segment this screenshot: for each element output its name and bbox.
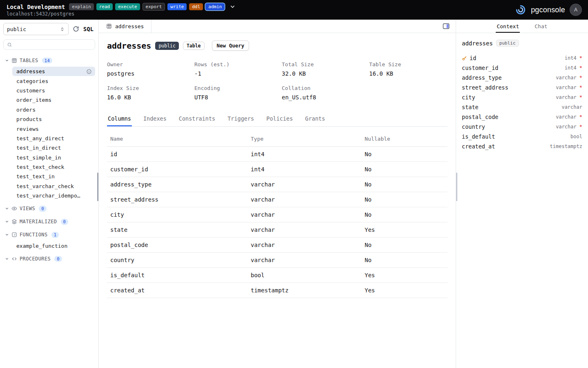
- section-procedures-header[interactable]: PROCEDURES 0: [3, 254, 95, 264]
- sidebar-item-example_function[interactable]: example_function: [12, 241, 95, 250]
- section-tables-header[interactable]: TABLES 14: [3, 56, 95, 65]
- file-tab-label: addresses: [115, 23, 144, 29]
- topbar-right: pgconsole A: [515, 4, 581, 16]
- chevron-down-icon[interactable]: [229, 4, 236, 10]
- cell-nullable: No: [361, 166, 448, 173]
- sidebar-item-label: test_in_direct: [16, 145, 61, 151]
- context-resize-handle[interactable]: [456, 173, 457, 201]
- sidebar-item-order_items[interactable]: order_items: [12, 95, 95, 105]
- table-row-customer_id: customer_idint4No: [107, 162, 448, 177]
- search-box[interactable]: [3, 39, 95, 50]
- stat-value: en_US.utf8: [282, 94, 369, 101]
- table-row-street_address: street_addressvarcharNo: [107, 192, 448, 207]
- tab-triggers[interactable]: Triggers: [227, 112, 255, 126]
- tab-addresses[interactable]: addresses: [99, 20, 151, 33]
- sidebar-item-orders[interactable]: orders: [12, 105, 95, 114]
- cell-nullable: Yes: [361, 227, 448, 233]
- context-column-type: bool: [570, 134, 582, 139]
- sidebar-item-label: order_items: [16, 97, 51, 103]
- avatar[interactable]: A: [570, 4, 581, 16]
- sidebar-item-categories[interactable]: categories: [12, 76, 95, 85]
- sidebar-item-test_text_in[interactable]: test_text_in: [12, 172, 95, 181]
- info-icon[interactable]: [86, 69, 92, 74]
- permission-badge-admin[interactable]: admin: [205, 3, 225, 10]
- context-tab-context[interactable]: Context: [496, 20, 520, 33]
- section-views-header[interactable]: VIEWS 0: [3, 204, 95, 213]
- required-marker: *: [579, 94, 582, 100]
- context-body: addresses public idint4 *customer_idint4…: [456, 33, 588, 158]
- section-label: PROCEDURES: [20, 256, 51, 262]
- tab-columns[interactable]: Columns: [107, 112, 132, 126]
- brand-name: pgconsole: [531, 6, 565, 14]
- section-label: MATERIALIZED: [20, 219, 57, 224]
- main-body: addresses public Table New Query Ownerpo…: [99, 33, 456, 368]
- sidebar-item-test_any_direct[interactable]: test_any_direct: [12, 134, 95, 143]
- context-column-street_address: street_addressvarchar *: [462, 83, 582, 92]
- procedures-count-badge: 0: [54, 256, 62, 262]
- detail-tabs: ColumnsIndexesConstraintsTriggersPolicie…: [107, 112, 448, 127]
- sidebar-item-test_varchar_idempo[interactable]: test_varchar_idempo…: [12, 191, 95, 200]
- sidebar-item-test_simple_in[interactable]: test_simple_in: [12, 153, 95, 162]
- schema-select[interactable]: public: [3, 23, 69, 35]
- sidebar-item-addresses[interactable]: addresses: [12, 67, 95, 76]
- functions-list: example_function: [12, 241, 95, 250]
- permission-badge-read[interactable]: read: [96, 3, 113, 10]
- table-row-id: idint4No: [107, 147, 448, 162]
- tab-policies[interactable]: Policies: [265, 112, 294, 126]
- tab-indexes[interactable]: Indexes: [143, 112, 167, 126]
- context-panel: ContextChat addresses public idint4 *cus…: [456, 20, 588, 368]
- context-column-state: statevarchar: [462, 102, 582, 112]
- sidebar-item-test_in_direct[interactable]: test_in_direct: [12, 143, 95, 153]
- sidebar-resize-handle[interactable]: [97, 173, 98, 201]
- refresh-button[interactable]: [72, 25, 80, 33]
- topbar: Local Development explainreadexecuteexpo…: [0, 0, 588, 20]
- required-marker: *: [579, 75, 582, 81]
- stat-table-size: Table Size16.0 KB: [369, 61, 456, 77]
- permission-badge-explain[interactable]: explain: [69, 3, 94, 10]
- sidebar-item-test_text_check[interactable]: test_text_check: [12, 162, 95, 172]
- primary-key-icon: [462, 56, 467, 61]
- stat-label: Index Size: [107, 85, 194, 91]
- table-row-country: countryvarcharNo: [107, 253, 448, 268]
- permission-badge-execute[interactable]: execute: [115, 3, 140, 10]
- context-column-name: is_default: [462, 133, 495, 140]
- section-functions-header[interactable]: f FUNCTIONS 1: [3, 230, 95, 240]
- context-tabs: ContextChat: [456, 20, 588, 33]
- section-materialized-header[interactable]: MATERIALIZED 0: [3, 217, 95, 227]
- section-tables: TABLES 14 addressescategoriescustomersor…: [3, 56, 95, 200]
- function-icon: f: [11, 232, 17, 238]
- sidebar-item-products[interactable]: products: [12, 114, 95, 124]
- sidebar: public SQL: [0, 20, 99, 368]
- schema-badge: public: [155, 42, 179, 50]
- sidebar-item-label: customers: [16, 88, 45, 94]
- context-column-type: timestamptz: [550, 144, 582, 149]
- stat-value: -1: [194, 70, 282, 77]
- context-table-name: addresses: [462, 40, 493, 47]
- tab-constraints[interactable]: Constraints: [178, 112, 216, 126]
- table-row-created_at: created_attimestamptzYes: [107, 283, 448, 298]
- tab-grants[interactable]: Grants: [304, 112, 326, 126]
- stat-value: 16.0 KB: [107, 94, 194, 101]
- context-tab-chat[interactable]: Chat: [534, 20, 548, 33]
- panel-toggle-button[interactable]: [441, 22, 451, 31]
- new-query-button[interactable]: New Query: [212, 40, 249, 51]
- sidebar-item-reviews[interactable]: reviews: [12, 124, 95, 133]
- sidebar-item-test_varchar_check[interactable]: test_varchar_check: [12, 182, 95, 191]
- search-input[interactable]: [15, 42, 91, 47]
- stat-label: Owner: [107, 61, 194, 67]
- sidebar-item-customers[interactable]: customers: [12, 86, 95, 95]
- table-row-postal_code: postal_codevarcharNo: [107, 238, 448, 253]
- context-column-type: int4: [565, 65, 577, 71]
- columns-table-header: Name Type Nullable: [107, 136, 448, 147]
- stat-label: Total Size: [282, 61, 369, 67]
- stat-label: Encoding: [194, 85, 282, 91]
- sql-button[interactable]: SQL: [83, 26, 94, 32]
- stat-owner: Ownerpostgres: [107, 61, 194, 77]
- context-schema-badge: public: [496, 40, 519, 47]
- columns-table-body: idint4Nocustomer_idint4Noaddress_typevar…: [107, 147, 448, 298]
- context-column-type: varchar: [556, 75, 577, 81]
- functions-count-badge: 1: [51, 232, 59, 238]
- permission-badge-write[interactable]: write: [167, 3, 187, 10]
- permission-badge-export[interactable]: export: [143, 3, 165, 11]
- permission-badge-ddl[interactable]: ddl: [189, 3, 203, 10]
